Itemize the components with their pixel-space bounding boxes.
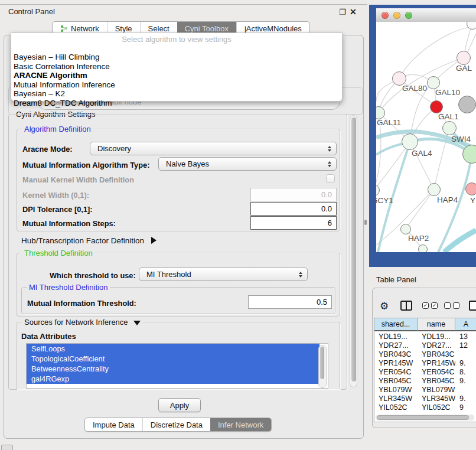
- network-node-y[interactable]: [465, 182, 476, 195]
- collapsed-panel-button[interactable]: [1, 445, 13, 450]
- top-divider: [0, 4, 367, 5]
- kernel-width-field[interactable]: 0.0: [250, 188, 337, 201]
- table-row[interactable]: YBR043CYBR043C: [374, 350, 476, 359]
- select-all-icon[interactable]: ✓ ✓: [422, 302, 438, 309]
- hub-definition-toggle[interactable]: Hub/Transcription Factor Definition: [21, 236, 157, 245]
- panel-resize-handle[interactable]: [364, 220, 367, 225]
- table-cell[interactable]: YBR043C: [374, 350, 418, 359]
- network-node-gal[interactable]: [457, 51, 471, 65]
- table-cell[interactable]: YBR045C: [418, 377, 455, 386]
- algorithm-dropdown-placeholder: Select algorithm to view settings: [11, 33, 342, 49]
- mi-steps-field[interactable]: 6: [250, 216, 337, 230]
- table-row[interactable]: YBL079WYBL079W: [374, 386, 476, 394]
- table-cell[interactable]: YBR043C: [418, 350, 455, 359]
- table-cell[interactable]: YBL079W: [418, 386, 455, 394]
- algorithm-option-bayesian-k2[interactable]: Bayesian – K2: [11, 89, 342, 99]
- table-cell[interactable]: 9.: [455, 394, 476, 403]
- table-cell[interactable]: 9: [455, 403, 476, 412]
- table-cell[interactable]: 13: [455, 332, 476, 341]
- table-cell[interactable]: [455, 350, 476, 359]
- table-row[interactable]: YBR045CYBR045C9.: [374, 377, 476, 386]
- attribute-list-scrollbar-track[interactable]: [318, 345, 327, 388]
- table-cell[interactable]: YDR27...: [374, 341, 418, 350]
- column-header-shared-name[interactable]: shared...: [374, 318, 418, 331]
- network-node-label: GAL11: [377, 118, 401, 127]
- apply-button[interactable]: Apply: [158, 398, 201, 412]
- column-header-partial[interactable]: A: [455, 318, 476, 331]
- settings-scrollbar-track[interactable]: [350, 115, 357, 387]
- algorithm-option-mutual-information[interactable]: Mutual Information Inference: [11, 80, 342, 90]
- table-cell[interactable]: YDR27...: [418, 341, 455, 350]
- tab-impute-data[interactable]: Impute Data: [85, 418, 142, 431]
- window-zoom-icon[interactable]: [405, 12, 412, 19]
- window-close-icon[interactable]: [382, 12, 389, 19]
- float-panel-icon[interactable]: ❐: [339, 8, 346, 17]
- table-cell[interactable]: YPR145W: [374, 359, 418, 368]
- algorithm-option-basic-correlation[interactable]: Basic Correlation Inference: [11, 62, 342, 71]
- algorithm-option-dream8[interactable]: Dream8 DC_TDC Algorithm: [11, 99, 342, 108]
- table-cell[interactable]: YPR145W: [418, 359, 455, 368]
- deselect-all-icon[interactable]: [444, 302, 459, 309]
- settings-scrollbar-thumb[interactable]: [351, 118, 356, 381]
- aracne-mode-combobox[interactable]: Discovery: [90, 142, 337, 155]
- tab-discretize-data-label: Discretize Data: [151, 420, 203, 429]
- expand-right-icon: [151, 237, 157, 244]
- network-node[interactable]: [458, 96, 476, 113]
- mi-threshold-field[interactable]: 0.5: [248, 295, 332, 309]
- network-node[interactable]: [430, 100, 443, 113]
- table-cell[interactable]: YBL079W: [374, 386, 418, 394]
- table-cell[interactable]: YLR345W: [374, 394, 418, 403]
- table-cell[interactable]: 9.: [455, 359, 476, 368]
- table-row[interactable]: YIL052CYIL052C9: [374, 403, 476, 412]
- tab-discretize-data[interactable]: Discretize Data: [142, 418, 210, 431]
- table-row[interactable]: YER054CYER054C8.: [374, 368, 476, 377]
- attribute-item-betweennesscentrality[interactable]: BetweennessCentrality: [27, 364, 319, 374]
- table-cell[interactable]: YIL052C: [374, 403, 418, 412]
- mi-algorithm-type-combobox[interactable]: Naive Bayes: [158, 157, 337, 171]
- table-row[interactable]: YPR145WYPR145W9.: [374, 359, 476, 368]
- attribute-item-gal4rgexp[interactable]: gal4RGexp: [27, 374, 319, 384]
- new-table-icon[interactable]: [469, 301, 476, 311]
- table-cell[interactable]: 9.: [455, 377, 476, 386]
- table-row[interactable]: YLR345WYLR345W9.: [374, 394, 476, 403]
- table-row[interactable]: YDR27...YDR27...12: [374, 341, 476, 350]
- table-cell[interactable]: YIL052C: [418, 403, 455, 412]
- attribute-list-scrollbar-thumb[interactable]: [320, 347, 324, 379]
- network-node-hap2[interactable]: [400, 224, 411, 234]
- network-canvas[interactable]: GALGAL80GAL10GAL1GAL11SWI4GAL4GCY1HAP4YH…: [376, 22, 476, 252]
- window-minimize-icon[interactable]: [393, 12, 400, 19]
- table-cell[interactable]: [455, 386, 476, 394]
- network-node-gal4[interactable]: [402, 133, 418, 150]
- attribute-item-selfloops[interactable]: SelfLoops: [27, 344, 319, 354]
- table-cell[interactable]: YDL19...: [418, 332, 455, 341]
- algorithm-option-aracne[interactable]: ARACNE Algorithm: [11, 71, 342, 80]
- attribute-item-topologicalcoefficient[interactable]: TopologicalCoefficient: [27, 354, 319, 364]
- table-cell[interactable]: 12: [455, 341, 476, 350]
- tab-select-label: Select: [148, 24, 169, 33]
- table-cell[interactable]: 8.: [455, 368, 476, 377]
- manual-kernel-width-checkbox[interactable]: [326, 174, 335, 183]
- algorithm-option-bayesian-hill-climbing[interactable]: Bayesian – Hill Climbing: [11, 53, 342, 62]
- column-header-name[interactable]: name: [418, 318, 455, 331]
- network-node-gal10[interactable]: [427, 76, 440, 89]
- network-node-gal1[interactable]: [442, 121, 457, 135]
- table-cell[interactable]: YDL19...: [374, 332, 418, 341]
- network-node[interactable]: [418, 244, 428, 252]
- gear-icon[interactable]: ⚙: [380, 300, 389, 312]
- table-cell[interactable]: YLR345W: [418, 394, 455, 403]
- collapse-down-icon[interactable]: [133, 321, 141, 325]
- column-layout-icon[interactable]: [400, 301, 412, 311]
- table-row[interactable]: YDL19...YDL19...13: [374, 332, 476, 341]
- which-threshold-combobox[interactable]: MI Threshold: [139, 268, 308, 281]
- close-panel-icon[interactable]: ✕: [350, 7, 357, 17]
- table-hscrollbar-track[interactable]: [376, 415, 474, 420]
- table-cell[interactable]: YBR045C: [374, 377, 418, 386]
- table-cell[interactable]: YER054C: [374, 368, 418, 377]
- table-hscrollbar-thumb[interactable]: [377, 415, 469, 420]
- network-window-titlebar[interactable]: [376, 8, 476, 22]
- network-node-label: Y: [470, 196, 475, 205]
- network-node-hap4[interactable]: [428, 183, 441, 196]
- dpi-tolerance-field[interactable]: 0.0: [250, 202, 337, 216]
- tab-infer-network[interactable]: Infer Network: [210, 418, 271, 431]
- table-cell[interactable]: YER054C: [418, 368, 455, 377]
